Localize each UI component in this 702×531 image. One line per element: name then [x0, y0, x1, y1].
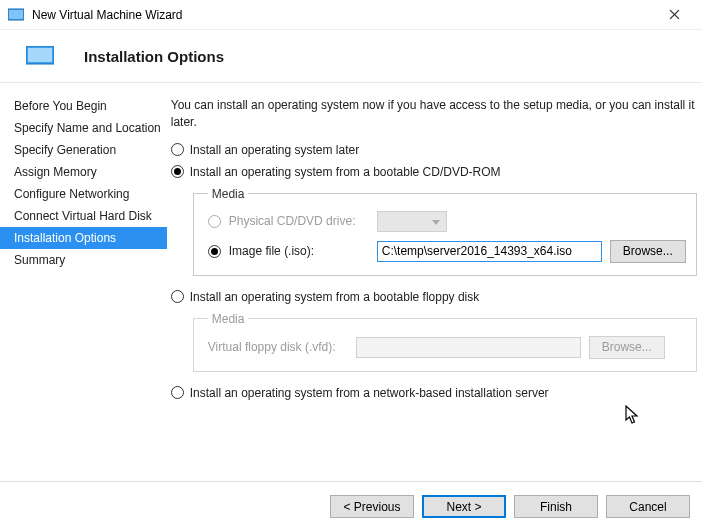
browse-vfd-button: Browse...: [589, 336, 665, 359]
vfd-label: Virtual floppy disk (.vfd):: [208, 340, 348, 354]
wizard-footer: < Previous Next > Finish Cancel: [0, 481, 702, 531]
wizard-steps: Before You Begin Specify Name and Locati…: [0, 83, 167, 471]
step-configure-networking[interactable]: Configure Networking: [0, 183, 167, 205]
step-installation-options[interactable]: Installation Options: [0, 227, 167, 249]
option-label: Install an operating system from a boota…: [190, 165, 501, 179]
image-file-label: Image file (.iso):: [229, 244, 369, 258]
physical-drive-select: [377, 211, 447, 232]
radio-icon: [171, 165, 184, 178]
close-button[interactable]: [654, 1, 694, 29]
wizard-icon: [26, 46, 54, 66]
step-specify-name[interactable]: Specify Name and Location: [0, 117, 167, 139]
step-assign-memory[interactable]: Assign Memory: [0, 161, 167, 183]
radio-icon: [171, 386, 184, 399]
svg-rect-5: [28, 48, 52, 62]
page-title: Installation Options: [84, 48, 224, 65]
media-floppy-group: Media Virtual floppy disk (.vfd): Browse…: [193, 312, 697, 372]
option-install-network[interactable]: Install an operating system from a netwo…: [171, 386, 702, 400]
media-physical-row[interactable]: Physical CD/DVD drive:: [208, 211, 686, 232]
media-cd-group: Media Physical CD/DVD drive: Image file …: [193, 187, 697, 276]
step-specify-generation[interactable]: Specify Generation: [0, 139, 167, 161]
option-install-cd[interactable]: Install an operating system from a boota…: [171, 165, 702, 179]
vfd-input: [356, 337, 581, 358]
physical-drive-label: Physical CD/DVD drive:: [229, 214, 369, 228]
titlebar: New Virtual Machine Wizard: [0, 0, 702, 30]
media-image-row[interactable]: Image file (.iso): Browse...: [208, 240, 686, 263]
content-pane: You can install an operating system now …: [167, 83, 702, 471]
media-legend: Media: [208, 312, 249, 326]
radio-icon: [208, 245, 221, 258]
option-label: Install an operating system later: [190, 143, 359, 157]
intro-text: You can install an operating system now …: [171, 97, 702, 131]
close-icon: [669, 9, 680, 20]
radio-icon: [208, 215, 221, 228]
option-install-later[interactable]: Install an operating system later: [171, 143, 702, 157]
wizard-body: Before You Begin Specify Name and Locati…: [0, 83, 702, 471]
cancel-button[interactable]: Cancel: [606, 495, 690, 518]
svg-rect-1: [9, 10, 23, 19]
step-connect-vhd[interactable]: Connect Virtual Hard Disk: [0, 205, 167, 227]
finish-button[interactable]: Finish: [514, 495, 598, 518]
previous-button[interactable]: < Previous: [330, 495, 414, 518]
app-icon: [8, 7, 24, 23]
step-summary[interactable]: Summary: [0, 249, 167, 271]
media-vfd-row: Virtual floppy disk (.vfd): Browse...: [208, 336, 686, 359]
option-label: Install an operating system from a netwo…: [190, 386, 549, 400]
radio-icon: [171, 143, 184, 156]
window-title: New Virtual Machine Wizard: [32, 8, 654, 22]
browse-iso-button[interactable]: Browse...: [610, 240, 686, 263]
option-label: Install an operating system from a boota…: [190, 290, 480, 304]
radio-icon: [171, 290, 184, 303]
media-legend: Media: [208, 187, 249, 201]
option-install-floppy[interactable]: Install an operating system from a boota…: [171, 290, 702, 304]
page-header: Installation Options: [0, 30, 702, 74]
image-file-input[interactable]: [377, 241, 602, 262]
next-button[interactable]: Next >: [422, 495, 506, 518]
step-before-you-begin[interactable]: Before You Begin: [0, 95, 167, 117]
